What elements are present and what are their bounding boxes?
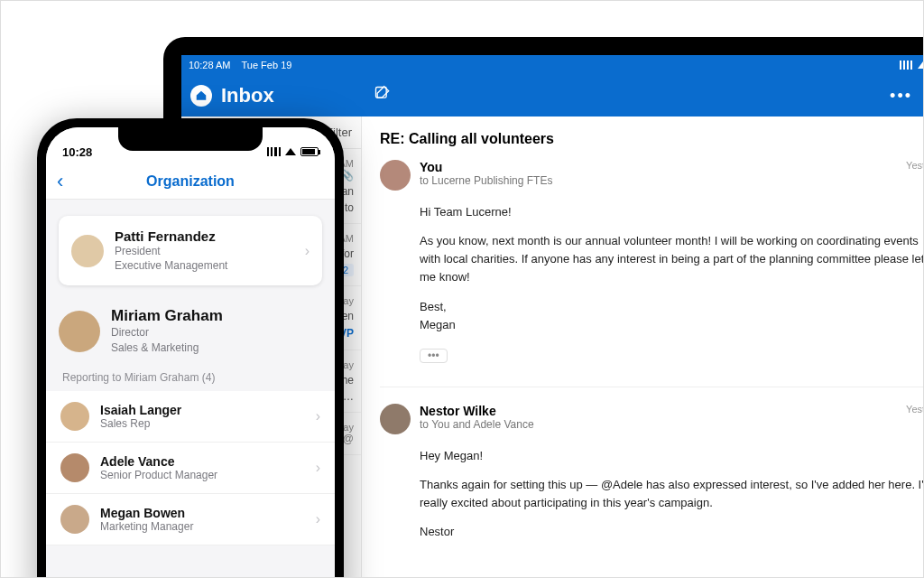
person-name: Megan Bowen — [100, 506, 193, 520]
recipients: to Lucerne Publishing FTEs — [420, 174, 552, 187]
avatar — [60, 505, 89, 534]
person-row[interactable]: Adele Vance Senior Product Manager › — [46, 443, 335, 494]
message-body: Hi Team Lucerne! As you know, next month… — [420, 203, 924, 334]
avatar — [60, 453, 89, 482]
signal-icon — [900, 61, 912, 70]
inbox-title: Inbox — [221, 84, 274, 107]
back-button[interactable]: ‹ — [57, 170, 63, 193]
person-role: Sales Rep — [100, 417, 181, 430]
person-role: Marketing Manager — [100, 520, 193, 533]
wifi-icon — [285, 148, 296, 155]
chevron-right-icon: › — [316, 460, 320, 476]
compose-icon[interactable] — [374, 85, 392, 107]
org-card[interactable]: Patti Fernandez President Executive Mana… — [59, 216, 322, 285]
person-role: Director Sales & Marketing — [111, 325, 223, 354]
tablet-header: Inbox ••• — [181, 75, 924, 117]
phone-screen: 10:28 ‹ Organization Patti Fernandez Pre… — [46, 127, 335, 578]
phone-notch — [118, 127, 263, 151]
avatar — [60, 402, 89, 431]
person-row[interactable]: Megan Bowen Marketing Manager › — [46, 494, 335, 545]
separator — [380, 387, 924, 387]
phone-device: 10:28 ‹ Organization Patti Fernandez Pre… — [37, 118, 344, 578]
recipients: to You and Adele Vance — [420, 418, 534, 431]
phone-nav-bar: ‹ Organization — [46, 163, 335, 200]
avatar — [71, 235, 104, 267]
person-role: President Executive Management — [115, 244, 227, 273]
reading-pane: RE: Calling all volunteers You to Lucern… — [362, 117, 924, 578]
sender-name: Nestor Wilke — [420, 404, 534, 418]
primary-person[interactable]: Miriam Graham Director Sales & Marketing — [59, 307, 322, 354]
chevron-right-icon: › — [305, 243, 310, 259]
sender-name: You — [420, 160, 552, 174]
chevron-right-icon: › — [316, 511, 320, 527]
person-row[interactable]: Isaiah Langer Sales Rep › — [46, 391, 335, 443]
person-name: Adele Vance — [100, 454, 217, 469]
section-header: Reporting to Miriam Graham (4) — [46, 364, 335, 391]
person-name: Isaiah Langer — [100, 403, 181, 417]
tablet-status-bar: 10:28 AM Tue Feb 19 — [181, 55, 924, 75]
person-name: Miriam Graham — [111, 307, 223, 325]
nav-title: Organization — [146, 173, 235, 190]
signal-icon — [267, 147, 281, 156]
message-date: Yesterd — [906, 160, 924, 171]
email-subject: RE: Calling all volunteers — [380, 131, 924, 147]
home-icon[interactable] — [190, 85, 212, 107]
avatar[interactable] — [380, 160, 411, 191]
battery-icon — [300, 147, 319, 156]
email-message[interactable]: You to Lucerne Publishing FTEs Yesterd H… — [380, 160, 924, 363]
more-icon[interactable]: ••• — [890, 87, 912, 106]
avatar — [59, 311, 100, 352]
chevron-right-icon: › — [316, 408, 320, 424]
tablet-date: Tue Feb 19 — [242, 60, 292, 70]
person-name: Patti Fernandez — [115, 228, 227, 244]
avatar[interactable] — [380, 404, 411, 434]
message-date: Yesterd — [906, 404, 924, 415]
expand-quote-button[interactable]: ••• — [420, 349, 448, 363]
email-message[interactable]: Nestor Wilke to You and Adele Vance Yest… — [380, 404, 924, 542]
phone-time: 10:28 — [62, 145, 92, 159]
message-body: Hey Megan! Thanks again for setting this… — [420, 447, 924, 542]
wifi-icon — [918, 61, 924, 69]
tablet-time: 10:28 AM — [189, 60, 230, 70]
person-role: Senior Product Manager — [100, 469, 217, 481]
